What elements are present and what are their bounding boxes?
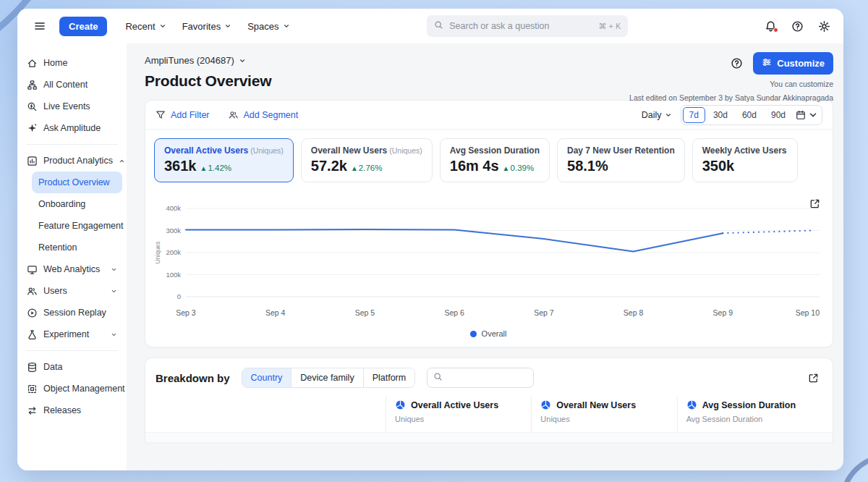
svg-text:300k: 300k	[166, 227, 181, 234]
sidebar-item-feature-engagement[interactable]: Feature Engagement	[32, 215, 122, 237]
breakdown-column-overall-new-users[interactable]: Overall New Users Uniques	[531, 397, 676, 432]
svg-text:Sep 10: Sep 10	[796, 308, 820, 317]
open-in-new-icon[interactable]	[804, 368, 822, 387]
sidebar-item-onboarding[interactable]: Onboarding	[32, 193, 122, 215]
customize-button[interactable]: Customize	[753, 52, 833, 75]
project-name: AmpliTunes (204687)	[145, 55, 234, 66]
range-60d-button[interactable]: 60d	[736, 107, 763, 123]
svg-text:Sep 6: Sep 6	[444, 308, 464, 317]
hamburger-menu-icon[interactable]	[30, 17, 49, 35]
breakdown-column-avg-session-duration[interactable]: Avg Session Duration Avg Session Duratio…	[677, 397, 822, 432]
breakdown-columns: Overall Active Users Uniques Overall New…	[156, 397, 822, 432]
nav-menu-spaces[interactable]: Spaces	[241, 17, 296, 36]
nav-menu-favorites[interactable]: Favorites	[176, 17, 238, 36]
calendar-icon[interactable]	[793, 110, 820, 120]
home-icon	[27, 58, 38, 69]
app-window: Create RecentFavoritesSpaces ⌘ + K HomeA…	[17, 9, 843, 470]
chevron-down-icon	[159, 22, 166, 30]
range-7d-button[interactable]: 7d	[683, 107, 705, 123]
sidebar-item-web-analytics[interactable]: Web Analytics	[22, 258, 122, 280]
sidebar-item-product-analytics[interactable]: Product Analytics	[22, 150, 122, 172]
help-circle-icon[interactable]	[731, 57, 743, 69]
sidebar-item-live-events[interactable]: Live Events	[22, 96, 122, 117]
breakdown-tab-platform[interactable]: Platform	[364, 368, 415, 387]
column-label: Overall New Users	[556, 400, 636, 410]
main-content: AmpliTunes (204687) Product Overview Cus…	[127, 43, 843, 470]
flask-icon	[27, 329, 38, 340]
metric-label: Overall Active Users(Uniques)	[164, 145, 284, 156]
create-button[interactable]: Create	[59, 17, 107, 36]
breakdown-search[interactable]	[427, 368, 534, 388]
project-selector[interactable]: AmpliTunes (204687)	[145, 55, 246, 66]
nav-menu-label: Spaces	[247, 21, 278, 32]
add-segment-button[interactable]: Add Segment	[229, 110, 299, 120]
sidebar-item-data[interactable]: Data	[22, 356, 122, 378]
range-90d-button[interactable]: 90d	[765, 107, 792, 123]
metric-card-overall-new-users[interactable]: Overall New Users(Uniques) 57.2k▴ 2.76%	[301, 138, 433, 182]
chevron-down-icon	[283, 22, 290, 30]
sidebar-item-all-content[interactable]: All Content	[22, 74, 122, 96]
sidebar-item-session-replay[interactable]: Session Replay	[22, 302, 122, 324]
svg-text:Sep 3: Sep 3	[176, 308, 196, 317]
metric-value: 16m 4s▴ 0.39%	[450, 158, 540, 174]
open-in-new-icon[interactable]	[805, 194, 824, 213]
column-sublabel: Uniques	[395, 415, 524, 423]
range-30d-button[interactable]: 30d	[707, 107, 734, 123]
nav-menu-label: Favorites	[182, 21, 221, 32]
breakdown-tab-country[interactable]: Country	[242, 368, 292, 387]
metric-card-overall-active-users[interactable]: Overall Active Users(Uniques) 361k▴ 1.42…	[154, 138, 294, 182]
chart-legend: Overall	[153, 326, 824, 347]
svg-text:0: 0	[177, 292, 181, 300]
breakdown-row-label-spacer	[156, 397, 386, 432]
search-input[interactable]	[449, 21, 592, 31]
help-icon[interactable]	[791, 20, 804, 33]
sidebar-item-ask-amplitude[interactable]: Ask Amplitude	[22, 117, 122, 139]
chart-area: 0100k200k300k400kUniquesSep 3Sep 4Sep 5S…	[145, 193, 833, 347]
metric-card-day-7-new-user-retention[interactable]: Day 7 New User Retention 58.1%	[557, 138, 685, 182]
global-search[interactable]: ⌘ + K	[427, 15, 628, 37]
sidebar-item-product-overview[interactable]: Product Overview	[32, 172, 122, 193]
column-label: Overall Active Users	[411, 400, 498, 410]
chevron-down-icon	[239, 57, 246, 64]
sidebar-item-label: Object Management	[43, 384, 125, 394]
chevron-down-icon	[111, 288, 117, 295]
replay-icon	[27, 308, 38, 318]
nav-menu-recent[interactable]: Recent	[119, 17, 172, 36]
granularity-dropdown[interactable]: Daily	[642, 110, 672, 120]
sidebar-item-label: Experiment	[43, 329, 89, 339]
sidebar-item-releases[interactable]: Releases	[22, 399, 122, 421]
header-actions: Customize You can customize Last edited …	[629, 52, 833, 102]
breakdown-tab-device-family[interactable]: Device family	[292, 368, 363, 387]
sidebar-item-experiment[interactable]: Experiment	[22, 324, 122, 345]
sidebar-item-retention[interactable]: Retention	[32, 237, 122, 258]
releases-icon	[27, 405, 38, 416]
users-icon	[27, 286, 38, 297]
metric-delta: ▴ 1.42%	[202, 163, 232, 173]
sidebar-item-home[interactable]: Home	[22, 52, 122, 74]
gear-icon[interactable]	[818, 20, 830, 33]
chevron-down-icon	[224, 22, 231, 30]
metric-card-avg-session-duration[interactable]: Avg Session Duration 16m 4s▴ 0.39%	[440, 138, 550, 182]
table-row	[145, 432, 833, 442]
breakdown-search-input[interactable]	[447, 373, 527, 383]
sliders-icon	[762, 57, 772, 69]
breakdown-column-overall-active-users[interactable]: Overall Active Users Uniques	[386, 397, 531, 432]
column-sublabel: Avg Session Duration	[686, 415, 815, 423]
svg-text:Uniques: Uniques	[154, 241, 161, 263]
add-filter-button[interactable]: Add Filter	[156, 110, 210, 120]
bell-icon[interactable]	[765, 20, 777, 33]
last-edited-text: Last edited on September 3 by Satya Sund…	[629, 93, 833, 102]
search-icon	[433, 371, 443, 384]
add-segment-label: Add Segment	[244, 110, 299, 120]
metric-card-weekly-active-users[interactable]: Weekly Active Users 350k	[692, 138, 798, 182]
sidebar: HomeAll ContentLive EventsAsk AmplitudeP…	[17, 43, 127, 470]
granularity-label: Daily	[642, 110, 662, 120]
metric-value: 350k	[702, 158, 788, 174]
svg-text:200k: 200k	[166, 248, 181, 256]
metric-delta: ▴ 2.76%	[352, 163, 383, 173]
sidebar-item-object-management[interactable]: Object Management	[22, 378, 122, 399]
sidebar-item-users[interactable]: Users	[22, 280, 122, 302]
metric-delta: ▴ 0.39%	[504, 163, 535, 173]
divider	[26, 144, 118, 145]
nav-icon-group	[765, 20, 830, 33]
